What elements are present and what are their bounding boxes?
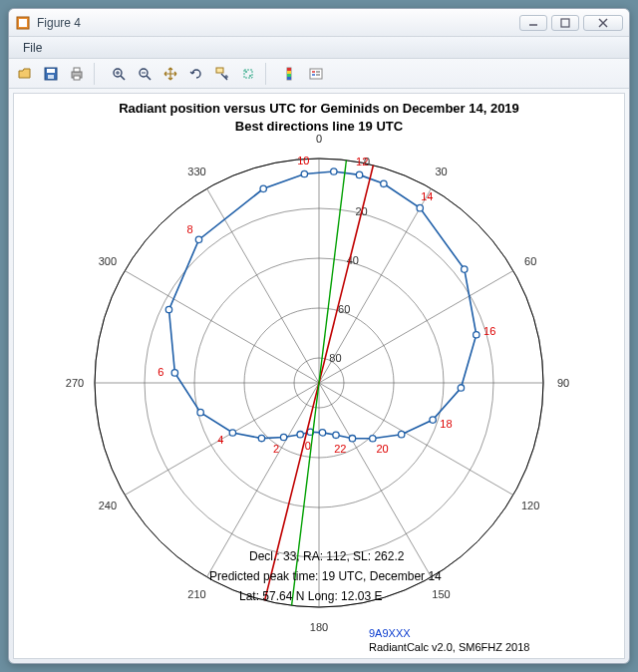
azimuth-label: 270 <box>66 377 84 389</box>
hour-label: 8 <box>186 223 192 235</box>
radiant-marker <box>280 434 286 440</box>
svg-line-13 <box>121 76 125 80</box>
info-peak: Predicted peak time: 19 UTC, December 14 <box>209 569 442 583</box>
svg-rect-30 <box>287 77 291 80</box>
maximize-button[interactable] <box>551 15 579 31</box>
polar-chart[interactable]: 0306090120150180210240270300330020406080… <box>14 134 624 672</box>
azimuth-label: 0 <box>316 134 322 145</box>
radiant-marker <box>197 409 203 415</box>
zoom-in-button[interactable] <box>107 62 131 86</box>
radiant-marker <box>165 306 171 312</box>
hour-label: 22 <box>334 443 346 455</box>
svg-rect-10 <box>74 68 80 72</box>
plot-title: Radiant position versus UTC for Geminids… <box>14 100 624 135</box>
brush-button[interactable] <box>236 62 260 86</box>
print-button[interactable] <box>65 62 89 86</box>
radiant-marker <box>370 436 376 442</box>
radiant-marker <box>417 204 423 210</box>
radiant-marker <box>301 170 307 176</box>
app-icon <box>15 15 31 31</box>
radiant-marker <box>229 430 235 436</box>
svg-point-24 <box>245 71 247 73</box>
rotate-button[interactable] <box>184 62 208 86</box>
window-title: Figure 4 <box>37 16 519 30</box>
azimuth-label: 60 <box>524 255 536 267</box>
radiant-marker <box>195 236 201 242</box>
radiant-marker <box>474 332 479 338</box>
azimuth-label: 30 <box>435 166 447 177</box>
menu-file[interactable]: File <box>15 39 50 57</box>
svg-rect-1 <box>19 19 27 27</box>
hour-label: 14 <box>421 190 433 202</box>
radiant-curve <box>169 171 477 439</box>
menu-bar: File <box>9 37 629 59</box>
hour-label: 16 <box>483 325 495 337</box>
azimuth-label: 300 <box>99 255 117 267</box>
svg-rect-27 <box>287 68 291 71</box>
azimuth-label: 330 <box>187 166 205 177</box>
credit-label: RadiantCalc v2.0, SM6FHZ 2018 <box>369 641 529 653</box>
radiant-marker <box>398 431 404 437</box>
colorbar-button[interactable] <box>278 62 302 86</box>
window-controls <box>519 15 623 31</box>
radiant-marker <box>297 431 303 437</box>
legend-button[interactable] <box>304 62 328 86</box>
toolbar <box>9 59 629 89</box>
radiant-marker <box>430 417 436 423</box>
close-button[interactable] <box>583 15 623 31</box>
radial-label: 60 <box>338 303 350 315</box>
svg-point-25 <box>249 75 251 77</box>
title-line-2: Best directions line 19 UTC <box>235 119 403 134</box>
radiant-marker <box>349 436 355 442</box>
radiant-marker <box>331 168 337 174</box>
title-bar[interactable]: Figure 4 <box>9 9 629 37</box>
radiant-marker <box>462 266 468 272</box>
azimuth-label: 90 <box>557 377 569 389</box>
plot-area: Radiant position versus UTC for Geminids… <box>13 93 625 659</box>
svg-rect-19 <box>216 68 223 73</box>
save-button[interactable] <box>39 62 63 86</box>
azimuth-label: 210 <box>187 588 205 600</box>
svg-rect-29 <box>287 74 291 77</box>
callsign-label: 9A9XXX <box>369 627 411 639</box>
zoom-out-button[interactable] <box>133 62 157 86</box>
toolbar-separator <box>265 63 273 85</box>
hour-label: 6 <box>158 366 163 378</box>
svg-rect-3 <box>561 19 569 27</box>
figure-window: Figure 4 File Radiant position versus UT… <box>8 8 630 664</box>
radiant-marker <box>381 180 387 186</box>
title-line-1: Radiant position versus UTC for Geminids… <box>119 101 519 116</box>
azimuth-label: 150 <box>432 588 450 600</box>
azimuth-label: 120 <box>521 500 539 511</box>
toolbar-separator <box>94 63 102 85</box>
radial-label: 80 <box>329 352 341 364</box>
data-cursor-button[interactable] <box>210 62 234 86</box>
svg-rect-11 <box>74 76 80 80</box>
hour-label: 12 <box>356 156 368 168</box>
radiant-marker <box>356 171 362 177</box>
open-button[interactable] <box>13 62 37 86</box>
hour-label: 4 <box>217 434 223 446</box>
azimuth-label: 180 <box>310 621 328 633</box>
svg-rect-8 <box>48 75 54 79</box>
svg-rect-23 <box>244 70 252 78</box>
svg-rect-28 <box>287 71 291 74</box>
hour-label: 10 <box>297 155 309 167</box>
minimize-button[interactable] <box>519 15 547 31</box>
hour-label: 0 <box>305 440 311 452</box>
radiant-marker <box>260 185 266 191</box>
radiant-marker <box>258 435 264 441</box>
svg-rect-7 <box>47 69 55 73</box>
radiant-marker <box>458 385 464 391</box>
azimuth-label: 240 <box>99 500 117 511</box>
pan-button[interactable] <box>159 62 182 86</box>
svg-rect-31 <box>310 69 322 79</box>
hour-label: 20 <box>376 443 388 455</box>
radiant-marker <box>171 370 177 376</box>
info-latlong: Lat: 57.64 N Long: 12.03 E <box>239 589 382 603</box>
hour-label: 2 <box>273 443 279 455</box>
hour-label: 18 <box>440 418 452 430</box>
info-decl-ra: Decl.: 33, RA: 112, SL: 262.2 <box>249 549 405 563</box>
radiant-marker <box>333 432 339 438</box>
radiant-marker <box>319 430 325 436</box>
